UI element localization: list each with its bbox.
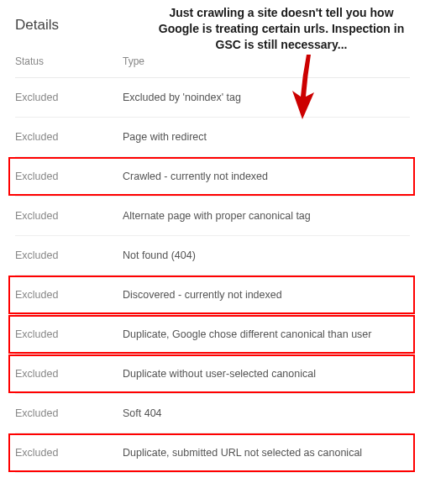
table-row[interactable]: ExcludedNot found (404) <box>15 236 410 276</box>
annotation-text: Just crawling a site doesn't tell you ho… <box>155 5 407 53</box>
row-type: Duplicate without user-selected canonica… <box>123 368 410 380</box>
row-status: Excluded <box>15 328 123 340</box>
row-status: Excluded <box>15 171 123 182</box>
row-status: Excluded <box>15 368 123 380</box>
row-type: Crawled - currently not indexed <box>123 171 410 182</box>
table-row[interactable]: ExcludedDiscovered - currently not index… <box>15 276 410 315</box>
table-header: Status Type <box>15 55 410 78</box>
row-status: Excluded <box>15 92 123 103</box>
header-status: Status <box>15 55 123 67</box>
rows-container: ExcludedExcluded by 'noindex' tagExclude… <box>15 78 410 473</box>
row-type: Duplicate, Google chose different canoni… <box>123 328 410 340</box>
details-panel: Details Status Type ExcludedExcluded by … <box>0 0 425 486</box>
row-type: Excluded by 'noindex' tag <box>123 92 410 103</box>
row-status: Excluded <box>15 289 123 301</box>
row-status: Excluded <box>15 447 123 459</box>
table-row[interactable]: ExcludedCrawled - currently not indexed <box>15 157 410 197</box>
table-row[interactable]: ExcludedAlternate page with proper canon… <box>15 197 410 236</box>
row-type: Alternate page with proper canonical tag <box>123 210 410 222</box>
header-type: Type <box>123 55 410 67</box>
row-status: Excluded <box>15 131 123 143</box>
table-row[interactable]: ExcludedDuplicate without user-selected … <box>15 354 410 394</box>
table-row[interactable]: ExcludedPage with redirect <box>15 118 410 157</box>
table-row[interactable]: ExcludedDuplicate, submitted URL not sel… <box>15 433 410 473</box>
table-row[interactable]: ExcludedSoft 404 <box>15 394 410 433</box>
row-type: Discovered - currently not indexed <box>123 289 410 301</box>
table-row[interactable]: ExcludedExcluded by 'noindex' tag <box>15 78 410 118</box>
row-status: Excluded <box>15 249 123 261</box>
row-status: Excluded <box>15 407 123 419</box>
row-type: Page with redirect <box>123 131 410 143</box>
row-type: Soft 404 <box>123 407 410 419</box>
row-type: Duplicate, submitted URL not selected as… <box>123 447 410 459</box>
row-status: Excluded <box>15 210 123 222</box>
row-type: Not found (404) <box>123 249 410 261</box>
table-row[interactable]: ExcludedDuplicate, Google chose differen… <box>15 315 410 354</box>
